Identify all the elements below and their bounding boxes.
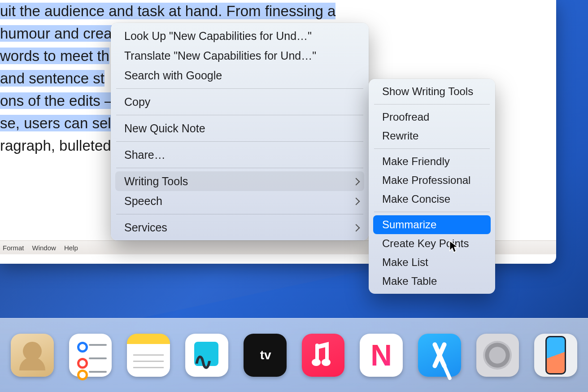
menu-item-new-quick-note[interactable]: New Quick Note	[115, 118, 364, 138]
submenu-item-make-concise[interactable]: Make Concise	[373, 190, 491, 209]
menu-separator	[116, 115, 363, 115]
dock-app-system-settings[interactable]	[476, 334, 519, 377]
chevron-right-icon	[353, 198, 360, 205]
submenu-item-proofread[interactable]: Proofread	[373, 108, 491, 126]
dock-app-news[interactable]	[360, 334, 403, 377]
menu-item-label: Summarize	[382, 218, 436, 231]
submenu-item-rewrite[interactable]: Rewrite	[373, 126, 491, 145]
menu-item-label: Speech	[124, 195, 162, 207]
menu-separator	[374, 148, 490, 149]
menu-item-speech[interactable]: Speech	[115, 191, 364, 211]
menu-separator	[116, 88, 363, 89]
dock-app-tv[interactable]: tv	[244, 334, 287, 377]
menu-item-label: Rewrite	[382, 130, 418, 142]
menu-item-label: Make Table	[382, 275, 437, 287]
selected-text-line: humour and crea	[0, 25, 112, 42]
dock-app-iphone-mirroring[interactable]	[534, 334, 577, 377]
menu-item-label: New Quick Note	[124, 122, 205, 135]
menu-item-label: Translate "New Capabilities for Und…"	[124, 49, 316, 62]
reminders-lines-icon	[89, 344, 107, 346]
menubar-item-format[interactable]: Format	[3, 244, 24, 252]
selected-text-line: and sentence st	[0, 70, 105, 87]
selected-text-line: ons of the edits –	[0, 92, 113, 109]
selected-text-line: uit the audience and task at hand. From …	[0, 3, 335, 19]
selected-text-line: se, users can sel	[0, 115, 111, 131]
menu-item-label: Services	[124, 221, 167, 234]
submenu-item-make-table[interactable]: Make Table	[373, 272, 491, 291]
menu-item-copy[interactable]: Copy	[115, 92, 364, 112]
menu-separator	[116, 214, 363, 214]
menu-item-translate[interactable]: Translate "New Capabilities for Und…"	[115, 46, 364, 65]
context-menu[interactable]: Look Up "New Capabilities for Und…" Tran…	[111, 23, 369, 240]
writing-tools-submenu[interactable]: Show Writing Tools Proofread Rewrite Mak…	[369, 79, 495, 294]
menubar-item-window[interactable]: Window	[32, 244, 56, 252]
menu-item-label: Proofread	[382, 111, 429, 123]
menu-item-label: Make Friendly	[382, 155, 450, 167]
chevron-right-icon	[353, 224, 360, 232]
dock-app-freeform[interactable]	[185, 334, 228, 377]
dock-app-app-store[interactable]	[418, 334, 461, 377]
submenu-item-create-key-points[interactable]: Create Key Points	[373, 234, 491, 253]
menu-separator	[116, 168, 363, 168]
dock-app-reminders[interactable]	[69, 334, 112, 377]
menu-item-label: Make Professional	[382, 174, 470, 186]
submenu-item-make-list[interactable]: Make List	[373, 253, 491, 272]
menu-item-label: Search with Google	[124, 69, 222, 82]
submenu-item-show-writing-tools[interactable]: Show Writing Tools	[373, 82, 491, 101]
menu-item-services[interactable]: Services	[115, 218, 364, 237]
submenu-item-summarize[interactable]: Summarize	[373, 215, 491, 234]
menu-item-look-up[interactable]: Look Up "New Capabilities for Und…"	[115, 26, 364, 46]
menu-item-label: Make List	[382, 256, 428, 268]
menu-item-search-google[interactable]: Search with Google	[115, 65, 364, 85]
menu-item-label: Create Key Points	[382, 237, 469, 249]
menu-separator	[116, 141, 363, 142]
menu-item-label: Make Concise	[382, 193, 450, 205]
menu-item-label: Writing Tools	[124, 175, 188, 187]
menu-separator	[374, 104, 490, 105]
chevron-right-icon	[353, 178, 360, 186]
menu-item-label: Share…	[124, 148, 166, 161]
dock-app-notes[interactable]	[127, 334, 170, 377]
menu-item-share[interactable]: Share…	[115, 145, 364, 165]
dock: tv	[0, 318, 588, 392]
submenu-item-make-professional[interactable]: Make Professional	[373, 171, 491, 190]
menu-item-label: Show Writing Tools	[382, 85, 473, 97]
menubar-item-help[interactable]: Help	[64, 244, 78, 252]
menu-item-writing-tools[interactable]: Writing Tools	[115, 171, 364, 191]
submenu-item-make-friendly[interactable]: Make Friendly	[373, 152, 491, 171]
unselected-text-line: ragraph, bulleted	[0, 137, 111, 154]
dock-app-music[interactable]	[302, 334, 345, 377]
selected-text-line: words to meet th	[0, 48, 109, 64]
menu-item-label: Copy	[124, 96, 150, 108]
menu-separator	[374, 212, 490, 212]
dock-app-contacts[interactable]	[11, 334, 54, 377]
menu-item-label: Look Up "New Capabilities for Und…"	[124, 30, 312, 42]
